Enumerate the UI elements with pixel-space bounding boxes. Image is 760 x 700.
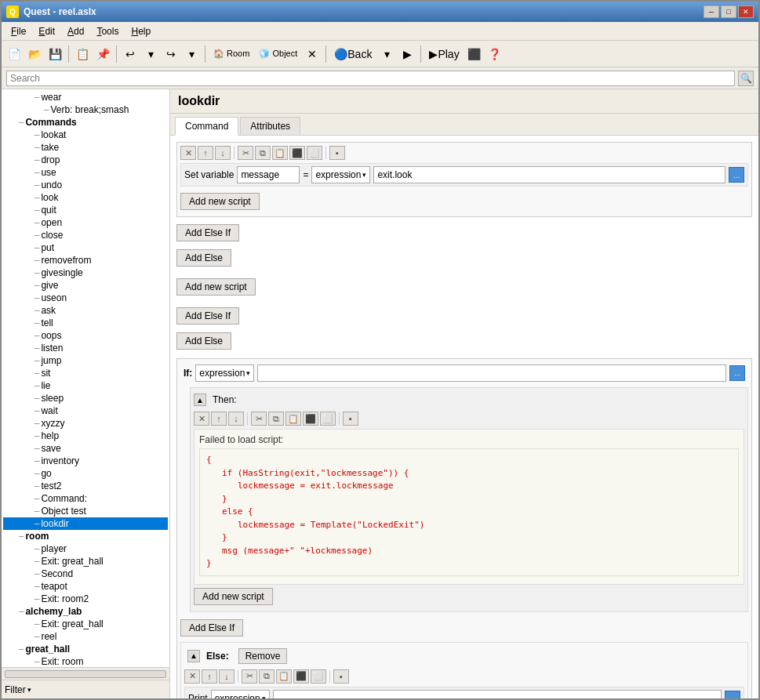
menu-tools[interactable]: Tools xyxy=(90,24,125,38)
script-area[interactable]: ✕ ↑ ↓ ✂ ⧉ 📋 ⬛ ⬜ ▪ Set variable xyxy=(170,136,758,698)
edit-btn-1[interactable]: ⬜ xyxy=(307,146,322,160)
move-up-btn-2[interactable]: ↑ xyxy=(211,412,227,426)
add-else-if-btn-3[interactable]: Add Else If xyxy=(180,619,243,637)
tree-item-use[interactable]: ─ use xyxy=(3,166,168,179)
collapse-then-btn[interactable]: ▲ xyxy=(194,394,206,406)
back-dropdown[interactable]: ▾ xyxy=(377,45,396,63)
tab-command[interactable]: Command xyxy=(175,117,238,136)
tree-item-exit-room[interactable]: ─ Exit: room xyxy=(3,655,168,667)
search-button[interactable]: 🔍 xyxy=(738,71,754,86)
copy-btn-2[interactable]: ⧉ xyxy=(268,412,284,426)
tree-item-take[interactable]: ─ take xyxy=(3,141,168,154)
tree-item-commands[interactable]: ─ Commands xyxy=(3,116,168,129)
record-button[interactable]: ⬛ xyxy=(465,45,484,63)
tree-item-jump[interactable]: ─ jump xyxy=(3,354,168,367)
delete-script-btn-1[interactable]: ✕ xyxy=(180,146,196,160)
tree-item-lie[interactable]: ─ lie xyxy=(3,379,168,392)
tree-item-look[interactable]: ─ look xyxy=(3,191,168,204)
tree-item-close[interactable]: ─ close xyxy=(3,229,168,241)
add-object-button[interactable]: 🧊 Object xyxy=(255,45,301,63)
close-button[interactable]: ✕ xyxy=(738,5,754,18)
maximize-button[interactable]: □ xyxy=(721,5,736,18)
tree-item-reel[interactable]: ─ reel xyxy=(3,630,168,643)
tree-item-sleep[interactable]: ─ sleep xyxy=(3,392,168,404)
print-value-field[interactable]: message xyxy=(273,690,722,699)
tree-item-player[interactable]: ─ player xyxy=(3,542,168,555)
print-edit-btn[interactable]: ... xyxy=(725,691,740,699)
print-type-dropdown[interactable]: expression ▾ xyxy=(211,690,270,699)
help-button[interactable]: ❓ xyxy=(485,45,504,63)
tree-item-put[interactable]: ─ put xyxy=(3,241,168,254)
tree-item-go[interactable]: ─ go xyxy=(3,467,168,480)
cut-btn-1[interactable]: ✂ xyxy=(238,146,253,160)
undo-button[interactable]: ↩ xyxy=(121,45,140,63)
tree-item-wear[interactable]: ─ wear xyxy=(3,91,168,103)
back-button[interactable]: 🔵 Back xyxy=(330,45,376,63)
if-expression-field[interactable]: exit.locked xyxy=(257,365,726,382)
tree-item-listen[interactable]: ─ listen xyxy=(3,342,168,354)
tree-item-help[interactable]: ─ help xyxy=(3,430,168,442)
copy-btn-3[interactable]: ⧉ xyxy=(259,669,275,684)
redo-button[interactable]: ↪ xyxy=(162,45,180,63)
open-button[interactable]: 📂 xyxy=(25,45,44,63)
tree-item-removefrom[interactable]: ─ removefrom xyxy=(3,254,168,267)
add-else-if-btn-2[interactable]: Add Else If xyxy=(176,307,239,325)
tree-item-wait[interactable]: ─ wait xyxy=(3,404,168,417)
more-btn-2[interactable]: ▪ xyxy=(343,412,358,426)
copy-btn-1[interactable]: ⧉ xyxy=(255,146,271,160)
redo-dropdown[interactable]: ▾ xyxy=(182,45,201,63)
add-else-btn-2[interactable]: Add Else xyxy=(176,332,231,350)
tree-item-sit[interactable]: ─ sit xyxy=(3,367,168,379)
tree-item-open[interactable]: ─ open xyxy=(3,216,168,229)
add-else-btn-1[interactable]: Add Else xyxy=(176,249,231,267)
save-button[interactable]: 💾 xyxy=(45,45,64,63)
variable-name-field[interactable] xyxy=(237,166,300,183)
edit-btn-3[interactable]: ⬜ xyxy=(311,669,326,684)
add-else-if-btn-1[interactable]: Add Else If xyxy=(176,224,239,241)
tree-item-tell[interactable]: ─ tell xyxy=(3,317,168,329)
filter-bar[interactable]: Filter ▾ xyxy=(2,680,169,698)
cut-btn-2[interactable]: ✂ xyxy=(251,412,267,426)
menu-edit[interactable]: Edit xyxy=(32,24,61,38)
paste-btn-2[interactable]: 📋 xyxy=(285,412,301,426)
tree-item-drop[interactable]: ─ drop xyxy=(3,154,168,166)
expression-edit-btn[interactable]: ... xyxy=(729,167,744,183)
menu-file[interactable]: File xyxy=(5,24,32,38)
paste-btn-1[interactable]: 📋 xyxy=(272,146,288,160)
move-down-btn-3[interactable]: ↓ xyxy=(219,669,235,684)
search-input[interactable] xyxy=(6,71,735,86)
collapse-else-btn[interactable]: ▲ xyxy=(187,650,200,662)
delete-button[interactable]: ✕ xyxy=(303,45,322,63)
move-down-btn-1[interactable]: ↓ xyxy=(215,146,231,160)
move-up-btn-3[interactable]: ↑ xyxy=(202,669,217,684)
if-expression-dropdown[interactable]: expression ▾ xyxy=(195,365,254,382)
expression-dropdown[interactable]: expression ▾ xyxy=(311,166,370,183)
tree-item-exit-room2[interactable]: ─ Exit: room2 xyxy=(3,593,168,605)
minimize-button[interactable]: ─ xyxy=(704,5,719,18)
forward-button[interactable]: ▶ xyxy=(398,45,416,63)
if-expression-edit-btn[interactable]: ... xyxy=(729,365,745,381)
indent-btn-3[interactable]: ⬛ xyxy=(293,669,309,684)
tree-item-second[interactable]: ─ Second xyxy=(3,568,168,580)
add-new-script-btn-2[interactable]: Add new script xyxy=(176,278,256,296)
tree-item-lookat[interactable]: ─ lookat xyxy=(3,129,168,141)
tree-item-ask[interactable]: ─ ask xyxy=(3,304,168,317)
new-button[interactable]: 📄 xyxy=(5,45,24,63)
tree-item-inventory[interactable]: ─ inventory xyxy=(3,455,168,467)
cut-btn-3[interactable]: ✂ xyxy=(242,669,257,684)
tree-item-great-hall[interactable]: ─ great_hall xyxy=(3,643,168,655)
tree-item-quit[interactable]: ─ quit xyxy=(3,204,168,216)
move-down-btn-2[interactable]: ↓ xyxy=(228,412,244,426)
tree-item-command[interactable]: ─ Command: xyxy=(3,492,168,505)
tree-item-lookdir[interactable]: ─ lookdir xyxy=(3,517,168,530)
indent-btn-1[interactable]: ⬛ xyxy=(289,146,305,160)
tree-item-oops[interactable]: ─ oops xyxy=(3,329,168,342)
tree-item-undo[interactable]: ─ undo xyxy=(3,179,168,191)
add-room-button[interactable]: 🏠 Room xyxy=(209,45,253,63)
tree-item-exit-great-hall2[interactable]: ─ Exit: great_hall xyxy=(3,618,168,630)
tree-item-useon[interactable]: ─ useon xyxy=(3,292,168,304)
tree-item-room[interactable]: ─ room xyxy=(3,530,168,542)
play-button[interactable]: ▶ Play xyxy=(425,45,463,63)
paste-button[interactable]: 📌 xyxy=(93,45,112,63)
tree-item-exit-great-hall[interactable]: ─ Exit: great_hall xyxy=(3,555,168,568)
